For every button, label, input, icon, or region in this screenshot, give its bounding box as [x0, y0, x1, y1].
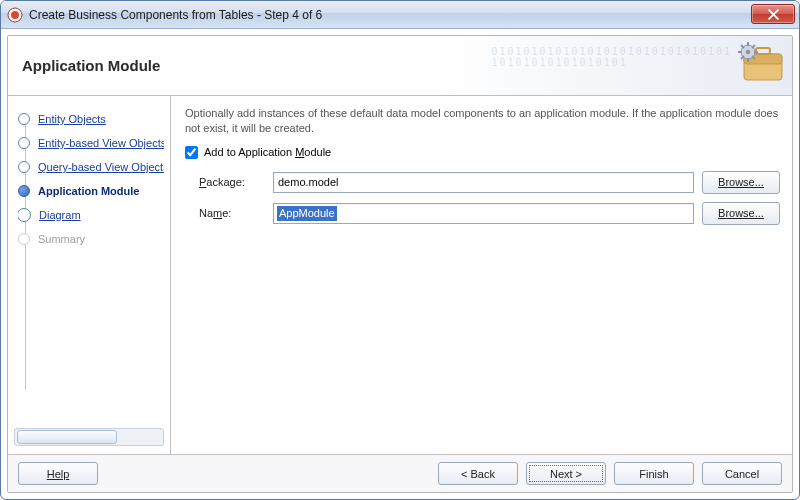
add-to-app-module-checkbox[interactable]: [185, 146, 198, 159]
add-to-app-module-row: Add to Application Module: [185, 146, 780, 159]
step-application-module[interactable]: Application Module: [18, 180, 164, 202]
step-bullet-icon: [18, 113, 30, 125]
name-browse-button[interactable]: Browse...: [702, 202, 780, 225]
sidebar-horizontal-scrollbar[interactable]: [14, 428, 164, 446]
step-bullet-icon: [18, 208, 31, 222]
name-input-selection: AppModule: [277, 206, 337, 221]
svg-line-11: [741, 45, 744, 48]
step-entity-based-view-objects[interactable]: Entity-based View Objects: [18, 132, 164, 154]
scrollbar-thumb[interactable]: [17, 430, 117, 444]
svg-line-13: [752, 45, 755, 48]
step-diagram[interactable]: Diagram: [18, 204, 164, 226]
dialog-inner: Application Module 010101010101010101010…: [7, 35, 793, 493]
cancel-button[interactable]: Cancel: [702, 462, 782, 485]
wizard-sidebar: Entity Objects Entity-based View Objects…: [8, 96, 171, 454]
step-summary: Summary: [18, 228, 164, 250]
package-input[interactable]: [273, 172, 694, 193]
app-icon: [7, 7, 23, 23]
description-text: Optionally add instances of these defaul…: [185, 106, 780, 136]
finish-button[interactable]: Finish: [614, 462, 694, 485]
banner-decor-digits: 010101010101010101010101010101 101010101…: [491, 46, 732, 68]
wizard-dialog: Create Business Components from Tables -…: [0, 0, 800, 500]
name-input-wrap: AppModule: [273, 203, 694, 224]
step-bullet-current-icon: [18, 185, 30, 197]
svg-rect-4: [756, 48, 770, 54]
package-label: Package:: [199, 176, 265, 188]
name-label: Name:: [199, 207, 265, 219]
wizard-content: Optionally add instances of these defaul…: [171, 96, 792, 454]
titlebar[interactable]: Create Business Components from Tables -…: [1, 1, 799, 29]
banner-heading: Application Module: [22, 57, 160, 74]
step-entity-objects[interactable]: Entity Objects: [18, 108, 164, 130]
step-bullet-icon: [18, 137, 30, 149]
module-form: Package: Browse... Name: AppModule Brows…: [199, 171, 780, 225]
close-button[interactable]: [751, 4, 795, 24]
package-browse-button[interactable]: Browse...: [702, 171, 780, 194]
wizard-banner: Application Module 010101010101010101010…: [8, 36, 792, 96]
svg-point-6: [746, 50, 750, 54]
step-list: Entity Objects Entity-based View Objects…: [8, 96, 170, 424]
add-to-app-module-label[interactable]: Add to Application Module: [204, 146, 331, 158]
step-bullet-icon: [18, 161, 30, 173]
help-button[interactable]: Help: [18, 462, 98, 485]
briefcase-gear-icon: [734, 40, 786, 85]
step-bullet-disabled-icon: [18, 233, 30, 245]
window-title: Create Business Components from Tables -…: [29, 8, 322, 22]
wizard-footer: Help < Back Next > Finish Cancel: [8, 454, 792, 492]
back-button[interactable]: < Back: [438, 462, 518, 485]
next-button[interactable]: Next >: [526, 462, 606, 485]
wizard-body: Entity Objects Entity-based View Objects…: [8, 96, 792, 454]
svg-point-1: [11, 11, 19, 19]
step-query-based-view-objects[interactable]: Query-based View Objects: [18, 156, 164, 178]
